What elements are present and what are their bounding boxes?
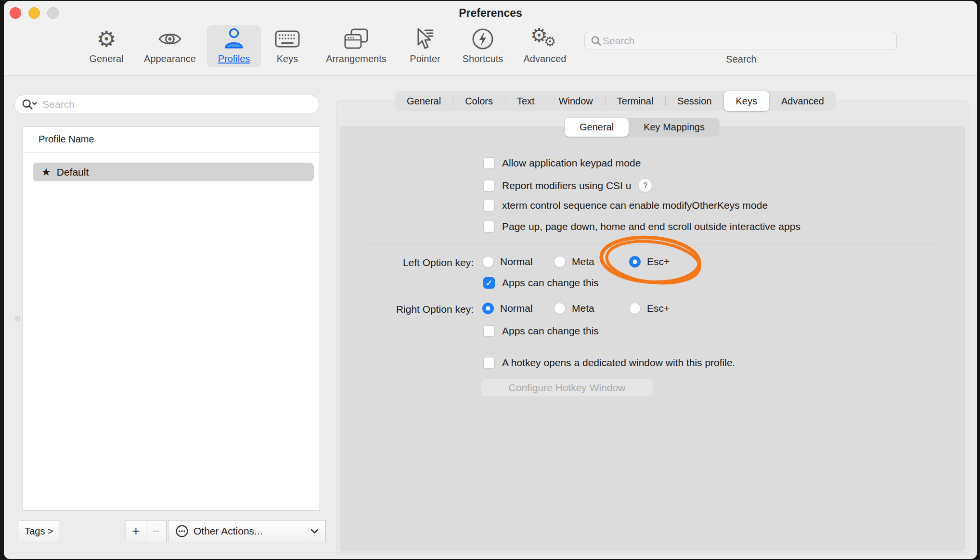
toolbar-item-keys[interactable]: Keys <box>251 26 323 64</box>
csi-u-checkbox[interactable] <box>483 180 495 191</box>
allow-keypad-checkbox[interactable] <box>483 157 495 169</box>
help-button[interactable]: ? <box>638 178 652 192</box>
tab-terminal[interactable]: Terminal <box>605 91 666 111</box>
preferences-window: Preferences ⚙ General Appearance Profile… <box>4 1 977 559</box>
toolbar-item-appearance[interactable]: Appearance <box>134 26 206 64</box>
right-option-normal[interactable]: Normal <box>482 303 533 314</box>
radio-right-normal[interactable] <box>482 303 494 314</box>
eye-icon <box>158 26 182 52</box>
hotkey-checkbox[interactable] <box>483 357 495 369</box>
profile-tabs: General Colors Text Window Terminal Sess… <box>395 91 836 111</box>
keys-pane: Allow application keypad mode Report mod… <box>340 127 965 551</box>
tab-window[interactable]: Window <box>547 91 605 111</box>
star-icon: ★ <box>41 166 51 178</box>
cursor-icon <box>413 26 437 52</box>
configure-hotkey-window-button: Configure Hotkey Window <box>481 378 653 397</box>
profile-row-default[interactable]: ★ Default <box>33 163 314 181</box>
left-option-esc[interactable]: Esc+ <box>629 256 670 267</box>
section-divider <box>364 348 939 348</box>
tab-advanced[interactable]: Advanced <box>769 91 836 111</box>
checkbox-row-keypad: Allow application keypad mode <box>483 157 641 169</box>
left-option-meta[interactable]: Meta <box>554 256 594 267</box>
left-apps-can-change-row: ✓ Apps can change this <box>483 277 599 289</box>
scroll-outside-checkbox[interactable] <box>483 221 495 232</box>
keys-subtabs: General Key Mappings <box>565 118 720 137</box>
search-icon <box>591 35 602 47</box>
splitter-dot <box>14 316 21 322</box>
subtab-general[interactable]: General <box>565 118 629 137</box>
tab-session[interactable]: Session <box>665 91 723 111</box>
checkbox-row-csi-u: Report modifiers using CSI u ? <box>483 178 652 192</box>
search-filter-icon <box>22 98 38 111</box>
tab-colors[interactable]: Colors <box>453 91 505 111</box>
toolbar: Preferences ⚙ General Appearance Profile… <box>4 1 977 76</box>
toolbar-item-arrangements[interactable]: Arrangements <box>320 26 392 64</box>
toolbar-search-field[interactable] <box>584 32 897 50</box>
left-apps-can-change-checkbox[interactable]: ✓ <box>483 277 495 289</box>
chevron-down-icon <box>310 529 319 534</box>
radio-right-esc[interactable] <box>629 303 641 314</box>
modifyotherkeys-checkbox[interactable] <box>483 200 495 211</box>
profile-search-field[interactable] <box>14 95 319 114</box>
left-option-normal[interactable]: Normal <box>482 256 533 267</box>
subtab-key-mappings[interactable]: Key Mappings <box>629 118 720 137</box>
add-profile-button[interactable]: + <box>126 520 146 542</box>
tab-text[interactable]: Text <box>505 91 547 111</box>
hotkey-row: A hotkey opens a dedicated window with t… <box>483 357 735 369</box>
left-option-label: Left Option key: <box>340 257 474 268</box>
right-option-esc[interactable]: Esc+ <box>629 303 670 314</box>
window-title: Preferences <box>4 7 977 20</box>
bolt-icon <box>471 26 494 52</box>
toolbar-item-shortcuts[interactable]: Shortcuts <box>447 26 519 64</box>
profile-list: Profile Name ★ Default <box>23 126 320 511</box>
radio-left-esc[interactable] <box>629 256 641 267</box>
ellipsis-circle-icon <box>175 524 189 538</box>
right-option-label: Right Option key: <box>340 304 474 315</box>
tab-keys[interactable]: Keys <box>724 91 769 111</box>
toolbar-search-label: Search <box>726 54 756 65</box>
gear-icon: ⚙ <box>96 26 116 52</box>
right-apps-can-change-checkbox[interactable] <box>483 325 495 337</box>
person-icon <box>223 26 245 52</box>
other-actions-dropdown[interactable]: Other Actions... <box>168 520 326 542</box>
radio-right-meta[interactable] <box>554 303 566 314</box>
profile-list-header: Profile Name <box>23 127 320 153</box>
keyboard-icon <box>275 26 300 52</box>
remove-profile-button: − <box>146 520 167 542</box>
toolbar-search-input[interactable] <box>602 35 890 47</box>
tab-general[interactable]: General <box>395 91 453 111</box>
right-option-meta[interactable]: Meta <box>554 303 594 314</box>
section-divider <box>364 244 939 244</box>
tags-button[interactable]: Tags > <box>19 520 59 542</box>
profile-search-input[interactable] <box>41 98 312 111</box>
right-apps-can-change-row: Apps can change this <box>483 325 599 337</box>
profile-name: Default <box>57 166 89 178</box>
checkbox-row-modifyotherkeys: xterm control sequence can enable modify… <box>483 200 768 211</box>
toolbar-item-general[interactable]: ⚙ General <box>70 26 142 64</box>
checkbox-row-scroll-outside: Page up, page down, home and end scroll … <box>483 221 800 232</box>
windows-icon <box>344 26 369 52</box>
other-actions-label: Other Actions... <box>193 525 310 537</box>
radio-left-normal[interactable] <box>482 256 494 267</box>
toolbar-item-advanced[interactable]: ⚙⚙ Advanced <box>509 26 581 64</box>
gears-icon: ⚙⚙ <box>530 26 559 52</box>
radio-left-meta[interactable] <box>554 256 566 267</box>
